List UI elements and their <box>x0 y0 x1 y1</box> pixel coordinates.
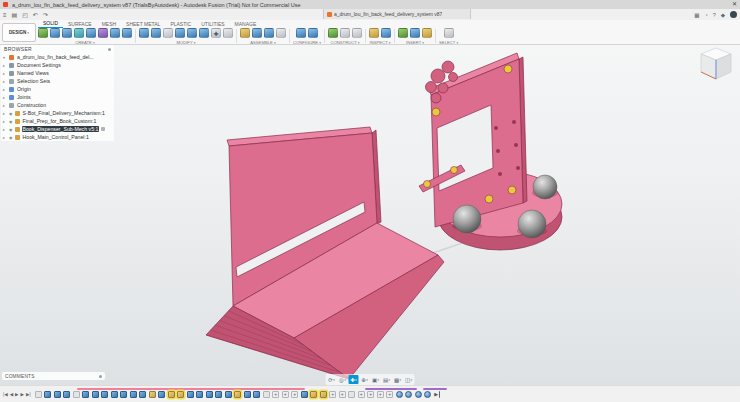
screw-plate-bottom-right[interactable] <box>508 186 516 194</box>
browser-row-1[interactable]: ▸Document Settings <box>1 61 114 69</box>
timeline-feature-5[interactable] <box>82 391 89 398</box>
timeline-feature-27[interactable] <box>291 391 298 398</box>
visibility-eye-icon[interactable]: ◉ <box>9 135 13 140</box>
view-cube[interactable] <box>694 44 738 90</box>
timeline-feature-18[interactable] <box>206 391 213 398</box>
ball-foot-front-right[interactable] <box>518 210 546 238</box>
show-data-panel-icon[interactable]: ≡ <box>2 10 8 20</box>
viewports[interactable]: ◫▾ <box>404 375 414 384</box>
tab-solid[interactable]: SOLID <box>38 20 63 28</box>
timeline-feature-2[interactable] <box>54 391 61 398</box>
tab-sheet-metal[interactable]: SHEET METAL <box>121 21 165 28</box>
comments-panel[interactable]: COMMENTS <box>2 372 105 380</box>
timeline-feature-15[interactable] <box>177 391 184 398</box>
expand-arrow-icon[interactable]: ▸ <box>3 119 7 124</box>
measure-icon[interactable] <box>369 28 379 38</box>
timeline-feature-28[interactable] <box>301 391 308 398</box>
plate-body[interactable] <box>426 53 528 227</box>
go-to-end-button[interactable]: ▶| <box>26 392 31 397</box>
screw-bracket-left[interactable] <box>424 181 431 188</box>
screw-plate-left[interactable] <box>432 108 440 116</box>
browser-row-0[interactable]: ▾a_drum_lou_fin_back_feed_del... <box>1 53 114 61</box>
timeline-feature-0[interactable] <box>35 391 42 398</box>
browser-row-6[interactable]: ▸Construction <box>1 101 114 109</box>
insert-mesh-icon[interactable] <box>422 28 432 38</box>
change-parameters-icon[interactable] <box>223 28 233 38</box>
play-button[interactable]: ▶ <box>15 392 18 397</box>
timeline-feature-33[interactable] <box>348 391 355 398</box>
expand-arrow-icon[interactable]: ▸ <box>3 87 7 92</box>
tab-plastic[interactable]: PLASTIC <box>165 21 196 28</box>
construction-axis-icon[interactable] <box>340 28 350 38</box>
save-icon[interactable]: ◰ <box>21 10 29 20</box>
display-settings[interactable]: ▤▾ <box>382 375 392 384</box>
timeline-feature-8[interactable] <box>111 391 118 398</box>
group-label-insert[interactable]: INSERT ▾ <box>406 40 424 45</box>
create-form-icon[interactable] <box>98 28 108 38</box>
grid-settings[interactable]: ▦▾ <box>393 375 403 384</box>
dispenser-assembly[interactable] <box>419 53 562 250</box>
tab-surface[interactable]: SURFACE <box>63 21 97 28</box>
coil-icon[interactable] <box>86 28 96 38</box>
select-icon[interactable] <box>444 28 454 38</box>
new-component-icon[interactable] <box>240 28 250 38</box>
timeline-feature-11[interactable] <box>139 391 146 398</box>
rigid-group-icon[interactable] <box>276 28 286 38</box>
ball-foot-back-right[interactable] <box>533 175 557 199</box>
timeline-feature-26[interactable] <box>282 391 289 398</box>
group-label-inspect[interactable]: INSPECT ▾ <box>370 40 391 45</box>
extensions-icon[interactable]: ▦ <box>694 12 699 18</box>
group-label-construct[interactable]: CONSTRUCT ▾ <box>330 40 359 45</box>
visibility-eye-icon[interactable]: ◉ <box>9 119 13 124</box>
expand-arrow-icon[interactable]: ▸ <box>3 127 7 132</box>
step-forward-button[interactable]: ▶ <box>21 392 24 397</box>
visibility-eye-icon[interactable]: ◉ <box>9 111 13 116</box>
box-icon[interactable] <box>50 28 60 38</box>
group-label-create[interactable]: CREATE ▾ <box>75 40 95 45</box>
insert-derive-icon[interactable] <box>398 28 408 38</box>
workspace-switcher[interactable]: DESIGN ▾ <box>2 23 36 42</box>
expand-arrow-icon[interactable]: ▾ <box>3 55 7 60</box>
timeline-feature-35[interactable] <box>367 391 374 398</box>
cylinder-icon[interactable] <box>62 28 72 38</box>
timeline-feature-9[interactable] <box>120 391 127 398</box>
expand-arrow-icon[interactable]: ▸ <box>3 71 7 76</box>
group-label-select[interactable]: SELECT ▾ <box>439 40 458 45</box>
combine-icon[interactable] <box>175 28 185 38</box>
shell-icon[interactable] <box>163 28 173 38</box>
expand-arrow-icon[interactable]: ▸ <box>3 95 7 100</box>
l-bracket-body[interactable] <box>206 127 444 379</box>
document-tab[interactable]: a_drum_lou_fin_back_feed_delivery_system… <box>323 9 471 19</box>
ball-foot-front-left[interactable] <box>453 205 481 233</box>
timeline-feature-31[interactable] <box>329 391 336 398</box>
browser-row-9[interactable]: ▸◉Book_Dispenser_Sub-Mech v5:1 <box>1 125 114 133</box>
browser-row-2[interactable]: ▸Named Views <box>1 69 114 77</box>
browser-row-3[interactable]: ▸Selection Sets <box>1 77 114 85</box>
browser-row-7[interactable]: ▸◉S-Bot_Final_Delivery_Mechanism:1 <box>1 109 114 117</box>
configuration-table-icon[interactable] <box>308 28 318 38</box>
file-menu-icon[interactable]: ▤ <box>11 10 19 20</box>
go-to-start-button[interactable]: |◀ <box>3 392 8 397</box>
timeline-feature-10[interactable] <box>130 391 137 398</box>
timeline-feature-3[interactable] <box>63 391 70 398</box>
pan-tool[interactable]: ✚▾ <box>349 375 359 384</box>
browser-row-8[interactable]: ▸◉Final_Prep_for_Book_Custom:1 <box>1 117 114 125</box>
look-at-tool[interactable]: ◎▾ <box>338 375 348 384</box>
section-analysis-icon[interactable] <box>381 28 391 38</box>
torus-icon[interactable] <box>122 28 132 38</box>
expand-arrow-icon[interactable]: ▸ <box>3 111 7 116</box>
offset-plane-icon[interactable] <box>328 28 338 38</box>
timeline-feature-23[interactable] <box>253 391 260 398</box>
tab-utilities[interactable]: UTILITIES <box>196 21 229 28</box>
timeline-feature-32[interactable] <box>339 391 346 398</box>
timeline-feature-4[interactable] <box>73 391 80 398</box>
decal-icon[interactable] <box>410 28 420 38</box>
configure-icon[interactable] <box>296 28 306 38</box>
browser-row-10[interactable]: ▸◉Hook_Main_Control_Panel:1 <box>1 133 114 141</box>
expand-arrow-icon[interactable]: ▸ <box>3 135 7 140</box>
browser-row-4[interactable]: ▸Origin <box>1 85 114 93</box>
expand-arrow-icon[interactable]: ▸ <box>3 63 7 68</box>
fillet-icon[interactable] <box>151 28 161 38</box>
offset-face-icon[interactable] <box>187 28 197 38</box>
timeline-feature-41[interactable] <box>424 391 431 398</box>
